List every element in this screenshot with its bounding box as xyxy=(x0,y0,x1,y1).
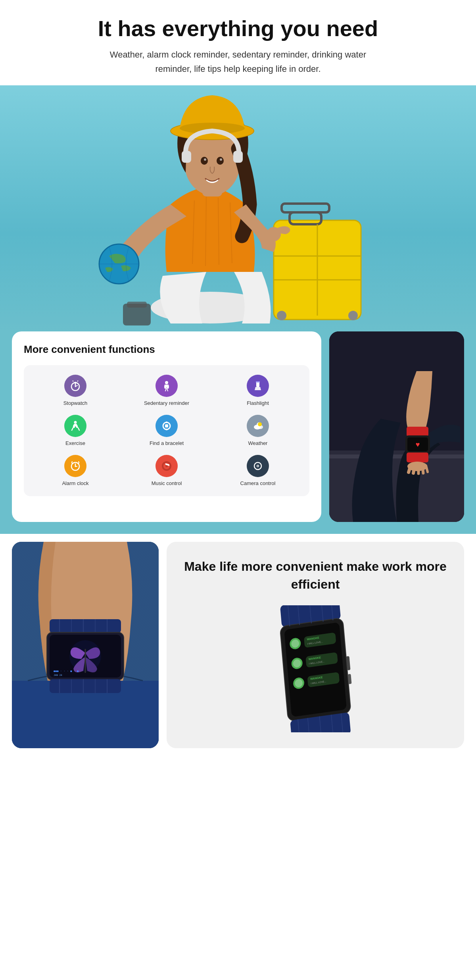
svg-rect-61 xyxy=(407,427,428,437)
exercise-label: Exercise xyxy=(65,440,85,447)
sedentary-icon xyxy=(155,375,178,397)
wrist-bg: ●●● · · · ● · ● JAN 24 xyxy=(12,542,159,748)
svg-point-15 xyxy=(201,157,208,165)
svg-rect-76 xyxy=(50,619,121,633)
svg-line-68 xyxy=(413,466,415,473)
svg-rect-86 xyxy=(50,679,121,693)
hero-image xyxy=(0,85,476,331)
svg-rect-42 xyxy=(166,429,167,430)
watch-person-card: ♥ xyxy=(329,331,464,522)
svg-point-16 xyxy=(217,157,224,165)
watch-person-bg: ♥ xyxy=(329,331,464,522)
function-item-flashlight: Flashlight xyxy=(214,375,301,407)
svg-rect-40 xyxy=(165,424,168,427)
bracelet-label: Find a bracelet xyxy=(150,440,184,447)
svg-point-35 xyxy=(165,381,168,384)
svg-rect-21 xyxy=(182,151,191,163)
stopwatch-label: Stopwatch xyxy=(63,400,88,407)
flashlight-label: Flashlight xyxy=(247,400,269,407)
svg-rect-60 xyxy=(329,454,464,458)
convenience-title: Make life more convenient make work more… xyxy=(178,558,452,593)
hero-subtitle: Weather, alarm clock reminder, sedentary… xyxy=(99,48,377,75)
flashlight-icon xyxy=(247,375,269,397)
function-item-music: Music control xyxy=(123,455,210,487)
svg-line-71 xyxy=(426,466,428,472)
hero-title: It has everything you need xyxy=(8,16,468,41)
svg-line-70 xyxy=(422,466,423,473)
svg-rect-32 xyxy=(74,382,77,383)
svg-point-17 xyxy=(204,158,206,161)
svg-point-50 xyxy=(75,466,76,467)
svg-line-67 xyxy=(409,466,411,472)
function-item-camera: Camera control xyxy=(214,455,301,487)
svg-rect-27 xyxy=(127,302,147,308)
svg-point-5 xyxy=(277,311,286,320)
svg-text:♥: ♥ xyxy=(416,441,420,449)
function-item-weather: Weather xyxy=(214,415,301,447)
music-label: Music control xyxy=(152,480,182,487)
bottom-section: ●●● · · · ● · ● JAN 24 Make life more co… xyxy=(0,534,476,764)
svg-point-57 xyxy=(257,465,259,466)
function-item-bracelet: Find a bracelet xyxy=(123,415,210,447)
svg-rect-7 xyxy=(282,204,329,212)
svg-text:JAN 24: JAN 24 xyxy=(54,674,62,676)
svg-line-33 xyxy=(73,381,73,381)
stopwatch-icon xyxy=(64,375,86,397)
functions-grid-container: Stopwatch Sedentary reminder xyxy=(24,365,309,497)
svg-rect-37 xyxy=(256,381,260,383)
function-item-alarm: Alarm clock xyxy=(32,455,119,487)
sedentary-label: Sedentary reminder xyxy=(144,400,189,407)
functions-grid: Stopwatch Sedentary reminder xyxy=(32,375,301,487)
weather-icon xyxy=(247,415,269,437)
svg-rect-22 xyxy=(233,151,243,163)
camera-icon xyxy=(247,455,269,477)
function-item-sedentary: Sedentary reminder xyxy=(123,375,210,407)
hero-section: It has everything you need Weather, alar… xyxy=(0,0,476,76)
bracelet-icon xyxy=(155,415,178,437)
convenience-card: Make life more convenient make work more… xyxy=(167,542,464,748)
svg-point-46 xyxy=(258,422,262,426)
svg-point-6 xyxy=(348,311,358,320)
cards-section: More convenient functions xyxy=(0,331,476,534)
svg-rect-65 xyxy=(407,452,428,462)
svg-text:●●● · · · ● · ●: ●●● · · · ● · ● xyxy=(54,670,79,673)
camera-label: Camera control xyxy=(240,480,276,487)
alarm-icon xyxy=(64,455,86,477)
function-item-exercise: Exercise xyxy=(32,415,119,447)
svg-point-38 xyxy=(74,421,77,424)
functions-card: More convenient functions xyxy=(12,331,321,522)
functions-card-title: More convenient functions xyxy=(24,343,309,356)
music-icon xyxy=(155,455,178,477)
svg-rect-41 xyxy=(166,422,167,423)
wrist-watch-card: ●●● · · · ● · ● JAN 24 xyxy=(12,542,159,748)
svg-line-34 xyxy=(77,381,78,381)
weather-label: Weather xyxy=(248,440,268,447)
exercise-icon xyxy=(64,415,86,437)
svg-point-18 xyxy=(220,158,222,161)
function-item-stopwatch: Stopwatch xyxy=(32,375,119,407)
alarm-label: Alarm clock xyxy=(62,480,88,487)
